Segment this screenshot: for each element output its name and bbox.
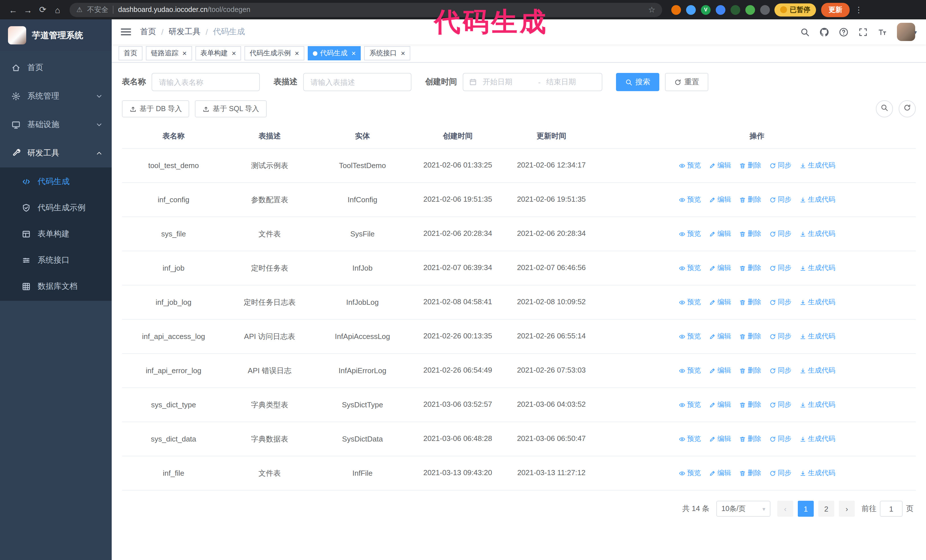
close-icon[interactable]: × bbox=[295, 50, 299, 57]
close-icon[interactable]: × bbox=[401, 50, 405, 57]
date-start-placeholder[interactable]: 开始日期 bbox=[483, 77, 533, 87]
generate-link[interactable]: 生成代码 bbox=[799, 434, 835, 444]
extension-leaf-icon[interactable] bbox=[745, 5, 755, 15]
page-size-select[interactable]: 10条/页 ▾ bbox=[716, 501, 770, 517]
sidebar-item-devtools[interactable]: 研发工具 bbox=[0, 139, 112, 168]
preview-link[interactable]: 预览 bbox=[679, 400, 701, 410]
delete-link[interactable]: 删除 bbox=[739, 229, 761, 239]
sync-link[interactable]: 同步 bbox=[769, 229, 791, 239]
sync-link[interactable]: 同步 bbox=[769, 297, 791, 307]
edit-link[interactable]: 编辑 bbox=[709, 263, 731, 273]
generate-link[interactable]: 生成代码 bbox=[799, 161, 835, 171]
preview-link[interactable]: 预览 bbox=[679, 297, 701, 307]
breadcrumb-item-devtools[interactable]: 研发工具 bbox=[169, 27, 201, 37]
preview-link[interactable]: 预览 bbox=[679, 161, 701, 171]
paused-badge[interactable]: 已暂停 bbox=[775, 3, 816, 16]
table-desc-input[interactable] bbox=[303, 73, 412, 91]
sidebar-item-system[interactable]: 系统管理 bbox=[0, 82, 112, 110]
generate-link[interactable]: 生成代码 bbox=[799, 297, 835, 307]
sidebar-item-infra[interactable]: 基础设施 bbox=[0, 110, 112, 139]
preview-link[interactable]: 预览 bbox=[679, 229, 701, 239]
sidebar-item-system-api[interactable]: 系统接口 bbox=[0, 247, 112, 273]
sidebar-item-db-doc[interactable]: 数据库文档 bbox=[0, 273, 112, 300]
prev-page-button[interactable]: ‹ bbox=[777, 501, 793, 517]
edit-link[interactable]: 编辑 bbox=[709, 332, 731, 341]
import-db-button[interactable]: 基于 DB 导入 bbox=[122, 100, 189, 117]
tab-4[interactable]: 代码生成示例 × bbox=[244, 46, 304, 60]
generate-link[interactable]: 生成代码 bbox=[799, 229, 835, 239]
sync-link[interactable]: 同步 bbox=[769, 468, 791, 478]
page-button-2[interactable]: 2 bbox=[818, 501, 834, 517]
fullscreen-icon[interactable] bbox=[858, 27, 868, 37]
extension-pin-icon[interactable] bbox=[760, 5, 770, 15]
delete-link[interactable]: 删除 bbox=[739, 400, 761, 410]
close-icon[interactable]: × bbox=[352, 50, 356, 57]
delete-link[interactable]: 删除 bbox=[739, 297, 761, 307]
import-sql-button[interactable]: 基于 SQL 导入 bbox=[195, 100, 267, 117]
tab-2[interactable]: 链路追踪 × bbox=[146, 46, 192, 60]
search-icon[interactable] bbox=[800, 27, 810, 37]
chrome-menu-icon[interactable]: ⋮ bbox=[855, 5, 863, 14]
generate-link[interactable]: 生成代码 bbox=[799, 468, 835, 478]
tab-3[interactable]: 表单构建 × bbox=[195, 46, 241, 60]
avatar[interactable] bbox=[897, 23, 915, 41]
date-range-picker[interactable]: 开始日期 - 结束日期 bbox=[463, 73, 602, 91]
delete-link[interactable]: 删除 bbox=[739, 332, 761, 341]
extension-people-icon[interactable] bbox=[716, 5, 725, 15]
edit-link[interactable]: 编辑 bbox=[709, 468, 731, 478]
sidebar-item-home[interactable]: 首页 bbox=[0, 54, 112, 82]
generate-link[interactable]: 生成代码 bbox=[799, 332, 835, 341]
edit-link[interactable]: 编辑 bbox=[709, 161, 731, 171]
edit-link[interactable]: 编辑 bbox=[709, 297, 731, 307]
delete-link[interactable]: 删除 bbox=[739, 366, 761, 376]
back-icon[interactable]: ← bbox=[6, 2, 21, 17]
sync-link[interactable]: 同步 bbox=[769, 434, 791, 444]
toggle-search-button[interactable] bbox=[876, 100, 893, 117]
extension-drop-icon[interactable] bbox=[686, 5, 696, 15]
generate-link[interactable]: 生成代码 bbox=[799, 263, 835, 273]
github-icon[interactable] bbox=[819, 27, 829, 37]
close-icon[interactable]: × bbox=[232, 50, 236, 57]
tab-1[interactable]: 首页 bbox=[118, 46, 142, 60]
extension-v-icon[interactable]: V bbox=[701, 5, 711, 15]
update-button[interactable]: 更新 bbox=[821, 3, 850, 17]
sync-link[interactable]: 同步 bbox=[769, 366, 791, 376]
extension-wallet-icon[interactable] bbox=[731, 5, 740, 15]
edit-link[interactable]: 编辑 bbox=[709, 400, 731, 410]
preview-link[interactable]: 预览 bbox=[679, 468, 701, 478]
sync-link[interactable]: 同步 bbox=[769, 263, 791, 273]
tab-5[interactable]: 代码生成 × bbox=[308, 46, 361, 60]
preview-link[interactable]: 预览 bbox=[679, 195, 701, 205]
breadcrumb-item-home[interactable]: 首页 bbox=[140, 27, 156, 37]
delete-link[interactable]: 删除 bbox=[739, 263, 761, 273]
delete-link[interactable]: 删除 bbox=[739, 434, 761, 444]
edit-link[interactable]: 编辑 bbox=[709, 229, 731, 239]
sidebar-item-form-builder[interactable]: 表单构建 bbox=[0, 221, 112, 247]
close-icon[interactable]: × bbox=[182, 50, 187, 57]
reset-button[interactable]: 重置 bbox=[665, 73, 708, 91]
tab-6[interactable]: 系统接口 × bbox=[365, 46, 410, 60]
sync-link[interactable]: 同步 bbox=[769, 195, 791, 205]
date-end-placeholder[interactable]: 结束日期 bbox=[546, 77, 596, 87]
bookmark-star-icon[interactable]: ☆ bbox=[648, 5, 655, 14]
generate-link[interactable]: 生成代码 bbox=[799, 400, 835, 410]
app-logo[interactable]: 芋道管理系统 bbox=[0, 20, 112, 51]
delete-link[interactable]: 删除 bbox=[739, 468, 761, 478]
sync-link[interactable]: 同步 bbox=[769, 332, 791, 341]
generate-link[interactable]: 生成代码 bbox=[799, 366, 835, 376]
reload-icon[interactable]: ⟳ bbox=[35, 2, 50, 17]
sync-link[interactable]: 同步 bbox=[769, 400, 791, 410]
sidebar-item-codegen-example[interactable]: 代码生成示例 bbox=[0, 195, 112, 221]
chevron-down-icon[interactable]: ▾ bbox=[914, 29, 917, 35]
delete-link[interactable]: 删除 bbox=[739, 195, 761, 205]
font-size-icon[interactable] bbox=[878, 27, 887, 37]
address-bar[interactable]: ⚠ 不安全 dashboard.yudao.iocoder.cn/tool/co… bbox=[70, 3, 662, 17]
forward-icon[interactable]: → bbox=[21, 2, 35, 17]
extension-fox-icon[interactable] bbox=[671, 5, 681, 15]
help-icon[interactable] bbox=[839, 27, 849, 37]
preview-link[interactable]: 预览 bbox=[679, 366, 701, 376]
preview-link[interactable]: 预览 bbox=[679, 332, 701, 341]
search-button[interactable]: 搜索 bbox=[616, 73, 659, 91]
sync-link[interactable]: 同步 bbox=[769, 161, 791, 171]
edit-link[interactable]: 编辑 bbox=[709, 195, 731, 205]
